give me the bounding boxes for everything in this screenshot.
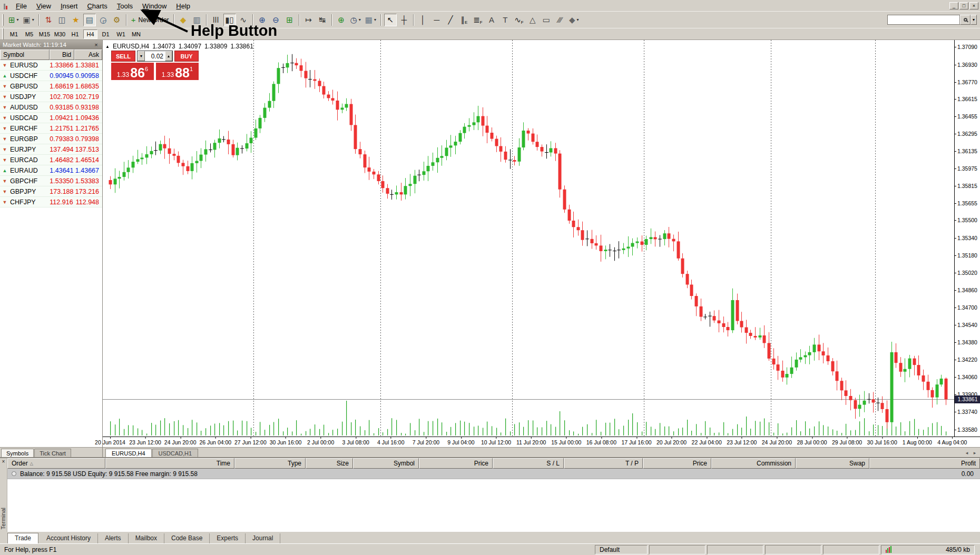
- market-watch-row-eurgbp[interactable]: ▼EURGBP0.793830.79398: [0, 134, 102, 144]
- terminal-col-type[interactable]: Type: [234, 458, 306, 469]
- terminal-col-t-p[interactable]: T / P: [564, 458, 643, 469]
- terminal-col-size[interactable]: Size: [306, 458, 353, 469]
- search-input[interactable]: [887, 15, 960, 25]
- market-watch-col-bid[interactable]: Bid: [50, 49, 74, 60]
- fibonacci-expansion-button[interactable]: ∿F: [513, 14, 525, 26]
- sell-button[interactable]: SELL: [111, 51, 135, 62]
- chart-tab-eurusd-h4[interactable]: EURUSD,H4: [105, 449, 152, 458]
- timeframe-d1-button[interactable]: D1: [99, 29, 113, 39]
- market-watch-row-chfjpy[interactable]: ▼CHFJPY112.916112.948: [0, 197, 102, 207]
- terminal-tab-account-history[interactable]: Account History: [40, 533, 98, 543]
- auto-scroll-button[interactable]: ↦: [302, 14, 315, 26]
- timeframe-h4-button[interactable]: H4: [83, 29, 97, 39]
- vertical-line-button[interactable]: │: [417, 14, 429, 26]
- equidistant-channel-button[interactable]: ∥E: [458, 14, 471, 26]
- tab-scroll-right-icon[interactable]: ▸: [971, 449, 978, 457]
- periods-button[interactable]: ◷▾: [349, 14, 362, 26]
- minimize-button[interactable]: _: [949, 2, 958, 9]
- tab-scroll-left-icon[interactable]: ◂: [963, 449, 971, 457]
- market-watch-tab-symbols[interactable]: Symbols: [1, 449, 34, 458]
- search-dropdown-icon[interactable]: ▼: [971, 15, 977, 25]
- timeframe-m5-button[interactable]: M5: [22, 29, 36, 39]
- timeframe-h1-button[interactable]: H1: [68, 29, 82, 39]
- menu-tools[interactable]: Tools: [112, 1, 138, 12]
- price-axis[interactable]: 1.370901.369301.367701.366151.364551.362…: [954, 40, 980, 437]
- toolbar-grip[interactable]: [2, 14, 4, 26]
- trendline-button[interactable]: ╱: [444, 14, 457, 26]
- terminal-close-icon[interactable]: ×: [1, 459, 6, 465]
- text-label-button[interactable]: T: [499, 14, 512, 26]
- menu-insert[interactable]: Insert: [56, 1, 83, 12]
- indicators-button[interactable]: ⊕: [335, 14, 348, 26]
- arrows-shapes-button[interactable]: ◆▾: [567, 14, 581, 26]
- terminal-col-order[interactable]: Order△: [7, 458, 105, 469]
- chart-shift-button[interactable]: ↹: [316, 14, 329, 26]
- terminal-tab-code-base[interactable]: Code Base: [164, 533, 210, 543]
- profiles-button[interactable]: ▣▾: [22, 14, 36, 26]
- close-button[interactable]: ×: [969, 2, 978, 9]
- restore-button[interactable]: □: [959, 2, 968, 9]
- buy-price-display[interactable]: 1.33 88 1: [156, 63, 199, 80]
- collapse-one-click-icon[interactable]: ▲: [105, 44, 110, 49]
- terminal-col-swap[interactable]: Swap: [796, 458, 869, 469]
- menu-help[interactable]: Help: [171, 1, 195, 12]
- cursor-button[interactable]: ↖: [384, 14, 397, 26]
- terminal-col-price-2[interactable]: Price: [643, 458, 711, 469]
- timeframe-m15-button[interactable]: M15: [37, 29, 52, 39]
- navigator-button[interactable]: ★: [70, 14, 82, 26]
- autotrading-script-button[interactable]: ◆: [177, 14, 190, 26]
- timeframe-grip[interactable]: [2, 28, 4, 40]
- volume-increase-icon[interactable]: ▲: [165, 51, 172, 61]
- rectangle-button[interactable]: ▭: [540, 14, 553, 26]
- horizontal-line-button[interactable]: ─: [430, 14, 443, 26]
- search-button[interactable]: [960, 15, 971, 25]
- market-watch-row-eurchf[interactable]: ▼EURCHF1.217511.21765: [0, 123, 102, 134]
- terminal-tab-mailbox[interactable]: Mailbox: [129, 533, 164, 543]
- market-watch-row-gbpjpy[interactable]: ▼GBPJPY173.188173.216: [0, 186, 102, 197]
- chart-plot-canvas[interactable]: [103, 40, 954, 437]
- terminal-tab-alerts[interactable]: Alerts: [98, 533, 129, 543]
- market-watch-row-gbpusd[interactable]: ▼GBPUSD1.686191.68635: [0, 81, 102, 92]
- terminal-col-time[interactable]: Time: [105, 458, 234, 469]
- terminal-col-symbol[interactable]: Symbol: [353, 458, 419, 469]
- market-watch-close-icon[interactable]: ×: [93, 42, 100, 48]
- timeframe-m1-button[interactable]: M1: [7, 29, 21, 39]
- buy-button[interactable]: BUY: [174, 51, 199, 62]
- new-chart-button[interactable]: ⊞▾: [7, 14, 21, 26]
- text-button[interactable]: A: [485, 14, 498, 26]
- triangle-button[interactable]: △: [526, 14, 539, 26]
- market-watch-row-eurcad[interactable]: ▼EURCAD1.464821.46514: [0, 155, 102, 165]
- sell-price-display[interactable]: 1.33 86 6: [111, 63, 154, 80]
- tile-windows-button[interactable]: ⊞: [283, 14, 296, 26]
- terminal-col-price[interactable]: Price: [419, 458, 493, 469]
- terminal-col-commission[interactable]: Commission: [711, 458, 796, 469]
- market-watch-button[interactable]: ⇅: [42, 14, 55, 26]
- terminal-col-profit[interactable]: Profit: [869, 458, 980, 469]
- market-watch-row-eurusd[interactable]: ▼EURUSD1.338661.33881: [0, 60, 102, 71]
- terminal-button[interactable]: ▤: [83, 14, 96, 26]
- terminal-tab-trade[interactable]: Trade: [7, 533, 38, 543]
- fibonacci-retracement-button[interactable]: ≣F: [472, 14, 484, 26]
- market-watch-row-usdcad[interactable]: ▼USDCAD1.094211.09436: [0, 113, 102, 123]
- terminal-tab-journal[interactable]: Journal: [246, 533, 280, 543]
- market-watch-row-audusd[interactable]: ▼AUDUSD0.931850.93198: [0, 102, 102, 113]
- market-watch-col-ask[interactable]: Ask: [74, 49, 102, 60]
- terminal-col-s-l[interactable]: S / L: [493, 458, 564, 469]
- market-watch-tab-tick-chart[interactable]: Tick Chart: [34, 449, 71, 458]
- timeframe-m30-button[interactable]: M30: [53, 29, 67, 39]
- market-watch-row-usdchf[interactable]: ▲USDCHF0.909450.90958: [0, 71, 102, 81]
- menu-file[interactable]: File: [11, 1, 32, 12]
- data-window-button[interactable]: ◫: [56, 14, 68, 26]
- market-watch-row-eurjpy[interactable]: ▼EURJPY137.494137.513: [0, 144, 102, 155]
- terminal-tab-experts[interactable]: Experts: [210, 533, 246, 543]
- new-order-button[interactable]: +New Order: [130, 14, 171, 26]
- market-watch-row-usdjpy[interactable]: ▼USDJPY102.708102.719: [0, 92, 102, 102]
- market-watch-titlebar[interactable]: Market Watch: 11:19:14 ×: [0, 40, 102, 49]
- menu-view[interactable]: View: [32, 1, 56, 12]
- strategy-tester-button[interactable]: ◶: [97, 14, 110, 26]
- templates-button[interactable]: ▦▾: [364, 14, 378, 26]
- menu-window[interactable]: Window: [138, 1, 171, 12]
- menu-charts[interactable]: Charts: [82, 1, 112, 12]
- market-watch-col-symbol[interactable]: Symbol: [0, 49, 50, 60]
- volume-input[interactable]: [145, 51, 165, 61]
